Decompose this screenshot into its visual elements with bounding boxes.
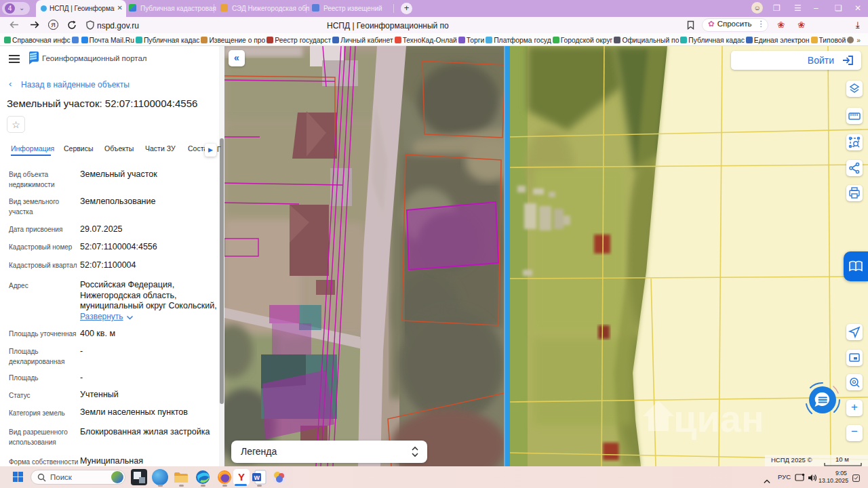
svg-text:циан: циан bbox=[673, 397, 764, 440]
svg-text:W: W bbox=[254, 474, 260, 481]
